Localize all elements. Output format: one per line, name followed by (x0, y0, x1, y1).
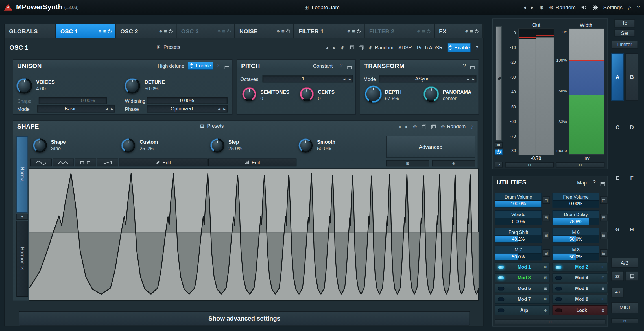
next-icon[interactable]: ▸ (333, 45, 336, 51)
limiter-button[interactable]: Limiter (612, 41, 638, 49)
param-m8-menu-button[interactable]: ▤ (600, 249, 607, 257)
copy-icon[interactable] (422, 124, 426, 129)
swap-slots-button[interactable]: ⇄ (611, 271, 624, 281)
shape-presets-button[interactable]: ⊞ Presets (200, 123, 224, 129)
waveform-square-button[interactable] (75, 159, 96, 167)
pitch-mode-button[interactable]: Constant (313, 63, 333, 69)
zoom-button[interactable]: 1x (614, 19, 635, 27)
widening-field[interactable]: 0.00% (147, 97, 228, 104)
settings-button[interactable]: Settings (603, 4, 623, 10)
globe-icon[interactable]: ⊕ (340, 45, 345, 51)
step-knob[interactable] (210, 138, 224, 152)
param-m8[interactable]: M 8 50.0% (553, 246, 599, 260)
undo-button[interactable]: ↶ (611, 288, 624, 297)
preset-slot-e[interactable]: E (611, 153, 624, 203)
tab-globals[interactable]: GLOBALS (5, 24, 55, 38)
mod-8-button[interactable]: Mod 8⊞ (553, 295, 608, 304)
cents-knob[interactable] (300, 87, 314, 101)
power-icon[interactable] (286, 29, 290, 33)
ab-compare-button[interactable]: A/B (611, 258, 638, 268)
high-detune-button[interactable]: High detune (158, 63, 184, 69)
mod-4-button[interactable]: Mod 4⊞ (553, 273, 608, 282)
param-m6[interactable]: M 6 50.0% (553, 228, 599, 243)
prev-option-icon[interactable]: ◂ (217, 106, 222, 111)
octaves-selector[interactable]: -1 ◂▸ (263, 75, 353, 82)
power-icon[interactable] (427, 29, 430, 33)
shape-random-button[interactable]: ⊕Random (441, 124, 466, 129)
paste-icon[interactable] (359, 45, 364, 50)
tab-filter1-icons[interactable]: ⊕⊞ (347, 29, 361, 33)
mod-7-button[interactable]: Mod 7⊞ (495, 295, 550, 304)
preset-slot-b[interactable]: B (626, 53, 638, 101)
param-drum-volume-menu-button[interactable]: ▤ (543, 196, 550, 204)
map-button[interactable]: Map (577, 180, 587, 186)
paste-icon[interactable] (431, 124, 436, 129)
preset-slot-h[interactable]: H (626, 204, 638, 254)
power-icon[interactable] (475, 29, 479, 33)
custom-knob[interactable] (121, 138, 135, 152)
next-option-icon[interactable]: ▸ (347, 77, 352, 81)
lock-button[interactable]: Lock⊞ (553, 305, 608, 315)
mod-menu-icon[interactable]: ⊞ (601, 297, 604, 301)
out-level-meter[interactable] (518, 28, 554, 155)
show-advanced-settings-button[interactable]: Show advanced settings (19, 311, 470, 325)
custom-edit-button[interactable]: Edit (119, 159, 208, 167)
help-icon[interactable]: ? (637, 4, 640, 10)
detune-knob[interactable] (125, 78, 140, 93)
freeze-icon[interactable] (593, 5, 598, 10)
prev-preset-icon[interactable]: ◂ (523, 4, 526, 10)
mod-menu-icon[interactable]: ⊞ (601, 286, 604, 291)
preset-selector[interactable]: ⊞ Legato Jam (304, 4, 340, 10)
mod-3-button[interactable]: Mod 3⊞ (495, 273, 550, 282)
meters-help-button[interactable]: ? (495, 162, 503, 167)
param-drum-delay[interactable]: Drum Delay 78.8% (553, 210, 599, 225)
mod-menu-icon[interactable]: ⊞ (544, 297, 547, 301)
waveform-triangle-button[interactable] (53, 159, 74, 167)
unison-enable-button[interactable]: Enable (188, 62, 213, 70)
preset-browser-icon[interactable]: ⊕ (539, 4, 544, 10)
detach-window-icon[interactable] (225, 66, 229, 69)
globe-icon[interactable]: ⊕ (217, 29, 221, 33)
tab-osc2-icons[interactable]: ⊕⊞ (159, 29, 173, 33)
tab-osc-2[interactable]: OSC 2⊕⊞ (116, 24, 176, 38)
globe-icon[interactable]: ⊕ (277, 29, 280, 33)
param-freq-shift[interactable]: Freq Shift 48.2% (495, 228, 542, 243)
grid-icon[interactable]: ⊞ (103, 29, 106, 33)
param-m7-menu-button[interactable]: ▤ (543, 249, 550, 257)
pitch-help-button[interactable]: ? (340, 62, 343, 69)
advanced-button[interactable]: Advanced (386, 136, 475, 158)
preset-slot-d[interactable]: D (626, 103, 638, 151)
preset-slot-g[interactable]: G (611, 204, 624, 254)
tab-osc1-icons[interactable]: ⊕⊞ (98, 29, 112, 33)
osc-random-button[interactable]: ⊕Random (368, 45, 393, 51)
detach-window-icon[interactable] (601, 182, 605, 186)
preset-slot-f[interactable]: F (626, 153, 638, 203)
mod-menu-icon[interactable]: ⊞ (544, 265, 547, 269)
panorama-knob[interactable] (423, 86, 439, 102)
pitch-adsr-button[interactable]: Pitch ADSR (417, 45, 443, 51)
unison-mode-dropdown[interactable]: Basic ◂▸ (37, 105, 115, 112)
voices-knob[interactable] (16, 78, 32, 93)
audio-output-icon[interactable] (581, 5, 587, 10)
transform-help-button[interactable]: ? (463, 62, 466, 69)
grid-icon[interactable]: ⊞ (470, 29, 473, 33)
param-freq-volume-menu-button[interactable]: ▤ (600, 196, 607, 204)
shape-tab-expand-icon[interactable]: ▼ (16, 214, 28, 220)
power-icon[interactable] (169, 29, 173, 33)
midi-button[interactable]: MIDI (611, 302, 638, 313)
set-button[interactable]: Set (614, 30, 635, 37)
step-edit-button[interactable]: Edit (208, 159, 297, 167)
meter-zoom-fader[interactable] (496, 26, 502, 140)
mod-menu-icon[interactable]: ⊞ (601, 265, 604, 269)
tab-noise-icons[interactable]: ⊕⊞ (277, 29, 290, 33)
out-meter-collapse-button[interactable]: ⊟ (505, 162, 554, 168)
preset-slot-a[interactable]: A (611, 53, 624, 101)
mod-2-button[interactable]: Mod 2⊞ (553, 263, 608, 272)
shape-tab-normal[interactable]: Normal (16, 136, 28, 213)
utilities-collapse-button[interactable]: ⊟ (495, 319, 605, 324)
param-freq-volume[interactable]: Freq Volume 0.00% (553, 193, 599, 207)
width-meter[interactable] (569, 28, 604, 155)
osc-enable-button[interactable]: Enable (447, 43, 470, 52)
osc-presets-button[interactable]: ⊞ Presets (156, 44, 180, 50)
tab-osc-1[interactable]: OSC 1⊕⊞ (56, 24, 115, 38)
